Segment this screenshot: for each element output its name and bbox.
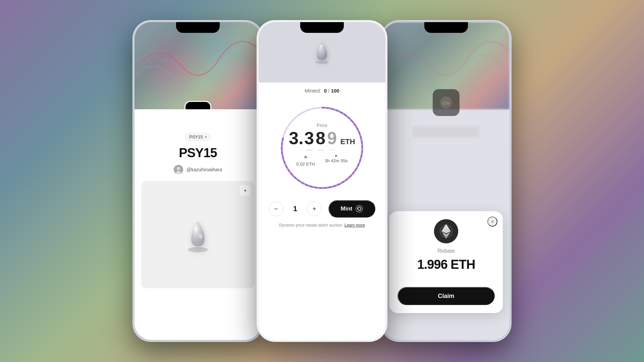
- phone-2: Minted 0 / 100 Price: [257, 20, 387, 342]
- price-value-row: 3. 3 5 8 2: [289, 129, 355, 151]
- nft-artwork-2: [309, 38, 335, 66]
- collection-tag-label: PSY15: [189, 134, 203, 139]
- rebate-label: Rebate: [437, 248, 455, 254]
- minted-label: Minted: [305, 88, 320, 94]
- timer-value: 3h 42m 55s: [325, 158, 347, 163]
- flag-icon: ⚑: [304, 155, 308, 160]
- minted-info: Minted 0 / 100: [259, 82, 385, 98]
- phone-1-hero: PSY15: [135, 22, 261, 109]
- phones-container: PSY15 PSY15 ▾ PSY15: [0, 0, 644, 362]
- phone-1-hero-svg: [135, 22, 261, 109]
- quantity-minus-button[interactable]: −: [269, 201, 283, 216]
- price-integer: 3.: [289, 129, 303, 147]
- auction-notice-text: Dynamic price rebate dutch auction.: [279, 223, 343, 228]
- phone-3: ETH ×: [381, 20, 512, 342]
- artist-row: @kazuhiroaihara: [174, 165, 222, 174]
- price-digit-3-next: 9: [327, 147, 337, 151]
- quantity-value: 1: [290, 204, 300, 213]
- price-digit-2-next: 2: [316, 147, 325, 151]
- close-icon: ×: [491, 219, 494, 224]
- minted-current: 0: [324, 88, 327, 94]
- minus-icon: −: [274, 205, 278, 213]
- ethereum-icon: [434, 219, 458, 243]
- timer-dot-icon: [335, 155, 337, 157]
- nft-avatar-badge: PSY15: [184, 101, 211, 109]
- nft-preview: +: [141, 181, 255, 288]
- collection-tag[interactable]: PSY15 ▾: [184, 133, 211, 141]
- chevron-down-icon: ▾: [205, 135, 207, 139]
- price-circle-container: Price 3. 3 5 8 2: [259, 98, 385, 195]
- price-scroll-3: 9 9: [326, 129, 338, 151]
- minted-total: 100: [331, 88, 339, 94]
- quantity-plus-button[interactable]: +: [307, 201, 322, 216]
- price-label: Price: [317, 123, 327, 128]
- price-scroll-2: 8 2: [315, 129, 326, 151]
- minted-separator: /: [328, 88, 329, 94]
- phone-3-nft-badge: ETH: [433, 89, 460, 116]
- rebate-card: × Rebate 1.996 ETH: [389, 211, 503, 313]
- price-eth-label: ETH: [340, 137, 355, 146]
- ethereum-icon-container: [434, 219, 458, 243]
- price-digit-1-current: 3: [304, 129, 314, 147]
- phone-1-body: PSY15 ▾ PSY15 @kazuhiroaihara: [135, 109, 261, 295]
- rebate-amount: 1.996 ETH: [417, 257, 475, 272]
- phone-1: PSY15 PSY15 ▾ PSY15: [132, 20, 263, 342]
- phone-1-notch: [176, 22, 220, 33]
- phone-3-screen: ETH ×: [383, 22, 509, 340]
- price-stats: ⚑ 0.02 ETH 3h 42m 55s: [297, 155, 348, 167]
- price-digit-1-next: 5: [304, 147, 314, 151]
- phone-2-notch: [300, 22, 344, 33]
- svg-point-1: [177, 167, 180, 170]
- auction-notice: Dynamic price rebate dutch auction. Lear…: [259, 223, 385, 234]
- floor-price: 0.02 ETH: [297, 162, 315, 167]
- price-stat-timer: 3h 42m 55s: [325, 155, 347, 167]
- svg-text:ETH: ETH: [443, 102, 449, 105]
- svg-point-3: [188, 247, 208, 252]
- claim-button-label: Claim: [438, 293, 454, 300]
- mint-button[interactable]: Mint: [328, 200, 375, 218]
- price-digit-2-current: 8: [316, 129, 325, 147]
- price-scroll-1: 3 5: [304, 129, 315, 151]
- rebate-divider: [397, 280, 495, 280]
- expand-button[interactable]: +: [240, 185, 251, 196]
- mint-refresh-icon: [356, 205, 363, 213]
- phone-1-screen: PSY15 PSY15 ▾ PSY15: [135, 22, 261, 340]
- price-digit-3-current: 9: [327, 129, 337, 147]
- close-button[interactable]: ×: [487, 217, 497, 227]
- phone-3-notch: [424, 22, 468, 33]
- plus-icon: +: [312, 205, 316, 213]
- mint-button-label: Mint: [341, 205, 353, 212]
- price-stat-floor: ⚑ 0.02 ETH: [297, 155, 315, 167]
- nft-artwork: [178, 215, 218, 255]
- price-inner: Price 3. 3 5 8 2: [278, 101, 366, 188]
- artist-handle: @kazuhiroaihara: [186, 167, 222, 172]
- mint-controls: − 1 + Mint: [259, 195, 385, 223]
- phone-2-screen: Minted 0 / 100 Price: [259, 22, 385, 340]
- artist-avatar: [174, 165, 183, 174]
- learn-more-link[interactable]: Learn more: [344, 223, 365, 228]
- svg-point-5: [315, 61, 329, 64]
- nft-title: PSY15: [179, 146, 217, 160]
- expand-icon: +: [244, 188, 247, 193]
- claim-button[interactable]: Claim: [397, 287, 495, 305]
